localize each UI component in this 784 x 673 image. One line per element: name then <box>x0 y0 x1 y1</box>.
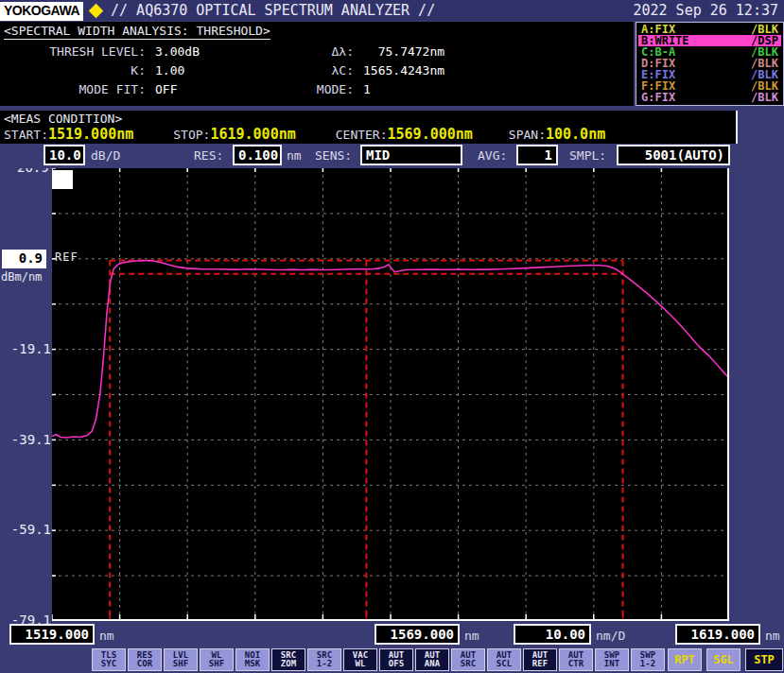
soft-key-label: SHF <box>209 660 224 668</box>
soft-key-label: INT <box>604 660 619 668</box>
soft-key-label: ZOM <box>281 660 296 668</box>
action-key-rpt[interactable]: RPT <box>668 648 702 671</box>
analysis-title: <SPECTRAL WIDTH ANALYSIS: THRESHOLD> <box>4 24 270 40</box>
soft-key-label: SHF <box>173 660 188 668</box>
spectrum-chart <box>52 168 729 621</box>
ref-marker-label: REF <box>55 250 78 264</box>
scale-per-div-box[interactable]: 10.00 <box>514 624 591 645</box>
stop-value: 1619.000nm <box>210 126 295 143</box>
start-value: 1519.000nm <box>48 126 133 143</box>
soft-key-aut-ana[interactable]: AUTANA <box>415 648 449 671</box>
res-unit: nm <box>287 148 302 163</box>
delta-lambda-value: 75.7472nm <box>354 43 444 61</box>
lambda-c-label: λC: <box>278 61 354 80</box>
stop-wavelength-unit: nm <box>765 629 780 643</box>
start-field[interactable]: START: 1519.000nm <box>4 126 133 143</box>
span-label: SPAN: <box>509 128 546 142</box>
soft-key-label: REF <box>532 660 548 668</box>
yokogawa-logo: YOKOGAWA <box>0 2 83 21</box>
soft-key-vac-wl[interactable]: VACWL <box>343 648 377 671</box>
soft-key-res-cor[interactable]: RESCOR <box>128 648 162 671</box>
res-field[interactable]: 0.100 <box>233 145 282 165</box>
trace-name: G:FIX <box>641 91 675 104</box>
soft-key-label: SCL <box>497 660 512 668</box>
start-wavelength-box[interactable]: 1519.000 <box>9 624 95 645</box>
k-label: K: <box>4 61 146 80</box>
sens-label: SENS: <box>315 148 352 163</box>
stop-field[interactable]: STOP: 1619.000nm <box>173 126 295 143</box>
lambda-c-value: 1565.4243nm <box>354 61 444 80</box>
analysis-row: THRESH LEVEL: 3.00dB Δλ: 75.7472nm <box>4 43 634 61</box>
soft-key-aut-ref[interactable]: AUTREF <box>523 648 557 671</box>
soft-key-label: ANA <box>425 660 440 668</box>
yaxis-unit-label: dBm/nm <box>1 270 42 284</box>
soft-key-tls-syc[interactable]: TLSSYC <box>92 648 126 671</box>
trace-row-g[interactable]: G:FIX/BLK <box>638 92 781 103</box>
start-label: START: <box>4 128 48 142</box>
level-scale-field[interactable]: 10.0 <box>44 145 85 165</box>
soft-key-aut-ctr[interactable]: AUTCTR <box>559 648 593 671</box>
avg-field[interactable]: 1 <box>516 145 558 165</box>
mode-fit-value: OFF <box>146 80 278 99</box>
analysis-row: MODE FIT: OFF MODE: 1 <box>4 80 634 99</box>
smpl-field[interactable]: 5001(AUTO) <box>617 145 730 165</box>
analysis-results: THRESH LEVEL: 3.00dB Δλ: 75.7472nm K: 1.… <box>4 43 634 99</box>
app-title: // AQ6370 OPTICAL SPECTRUM ANALYZER // <box>111 2 435 19</box>
scale-per-div-unit: nm/D <box>596 629 625 643</box>
delta-lambda-label: Δλ: <box>278 43 354 61</box>
title-bar: YOKOGAWA // AQ6370 OPTICAL SPECTRUM ANAL… <box>0 0 784 21</box>
soft-key-label: WL <box>356 660 366 668</box>
soft-key-label: COR <box>137 660 152 668</box>
center-wavelength-box[interactable]: 1569.000 <box>375 624 460 645</box>
avg-label: AVG: <box>478 148 507 163</box>
trace-status-panel: A:FIX/BLKB:WRITE/DSPC:B-A/BLKD:FIX/BLKE:… <box>636 22 784 106</box>
ref-level-box[interactable]: 0.9 <box>2 250 46 268</box>
thresh-level-value: 3.00dB <box>146 43 278 61</box>
soft-key-label: CTR <box>568 660 584 668</box>
soft-key-aut-scl[interactable]: AUTSCL <box>487 648 521 671</box>
yaxis-tick-label: -19.1 <box>2 341 51 356</box>
sweep-settings-bar: 10.0 dB/D RES: 0.100 nm SENS: MID AVG: 1… <box>0 144 784 168</box>
soft-key-aut-src[interactable]: AUTSRC <box>451 648 485 671</box>
soft-key-swp-int[interactable]: SWPINT <box>595 648 629 671</box>
sens-field[interactable]: MID <box>360 145 462 165</box>
k-value: 1.00 <box>146 61 278 80</box>
soft-key-lvl-shf[interactable]: LVLSHF <box>164 648 198 671</box>
span-field[interactable]: SPAN: 100.0nm <box>509 126 605 143</box>
center-field[interactable]: CENTER: 1569.000nm <box>336 126 473 143</box>
soft-key-label: OFS <box>389 660 404 668</box>
meas-condition-title: <MEAS CONDITION> <box>4 112 736 126</box>
action-key-sgl[interactable]: SGL <box>706 648 740 671</box>
soft-key-aut-ofs[interactable]: AUTOFS <box>379 648 413 671</box>
diamond-icon <box>89 3 104 18</box>
center-wavelength-unit: nm <box>464 629 479 643</box>
action-key-stp[interactable]: STP <box>745 648 783 671</box>
soft-key-swp-1-2[interactable]: SWP1-2 <box>631 648 665 671</box>
soft-key-src-1-2[interactable]: SRC1-2 <box>307 648 341 671</box>
mode-value: 1 <box>354 80 371 99</box>
soft-key-label: SYC <box>101 660 116 668</box>
scale-corner-box <box>52 170 73 189</box>
soft-key-wl-shf[interactable]: WLSHF <box>200 648 234 671</box>
stop-label: STOP: <box>173 128 210 142</box>
soft-key-noi-msk[interactable]: NOIMSK <box>235 648 270 671</box>
spectral-width-analysis-panel: <SPECTRAL WIDTH ANALYSIS: THRESHOLD> THR… <box>0 22 634 106</box>
smpl-label: SMPL: <box>569 148 606 163</box>
wavelength-axis-bar: 1519.000 nm 1569.000 nm 10.00 nm/D 1619.… <box>0 624 784 647</box>
meas-condition-panel: <MEAS CONDITION> START: 1519.000nm STOP:… <box>0 111 738 146</box>
stop-wavelength-box[interactable]: 1619.000 <box>675 624 760 645</box>
soft-key-row: TLSSYCRESCORLVLSHFWLSHFNOIMSKSRCZOMSRC1-… <box>92 648 665 671</box>
soft-key-src-zom[interactable]: SRCZOM <box>271 648 305 671</box>
spectrum-plot-area <box>52 168 729 621</box>
center-label: CENTER: <box>336 128 388 142</box>
analysis-row: K: 1.00 λC: 1565.4243nm <box>4 61 634 80</box>
yaxis-tick-label: -59.1 <box>2 522 51 537</box>
mode-label: MODE: <box>278 80 354 99</box>
res-label: RES: <box>194 148 223 163</box>
thresh-level-label: THRESH LEVEL: <box>4 43 146 61</box>
start-wavelength-unit: nm <box>99 629 114 643</box>
span-value: 100.0nm <box>546 126 605 143</box>
center-value: 1569.000nm <box>388 126 473 143</box>
soft-key-label: SRC <box>461 660 476 668</box>
trace-mode: /BLK <box>751 91 778 104</box>
